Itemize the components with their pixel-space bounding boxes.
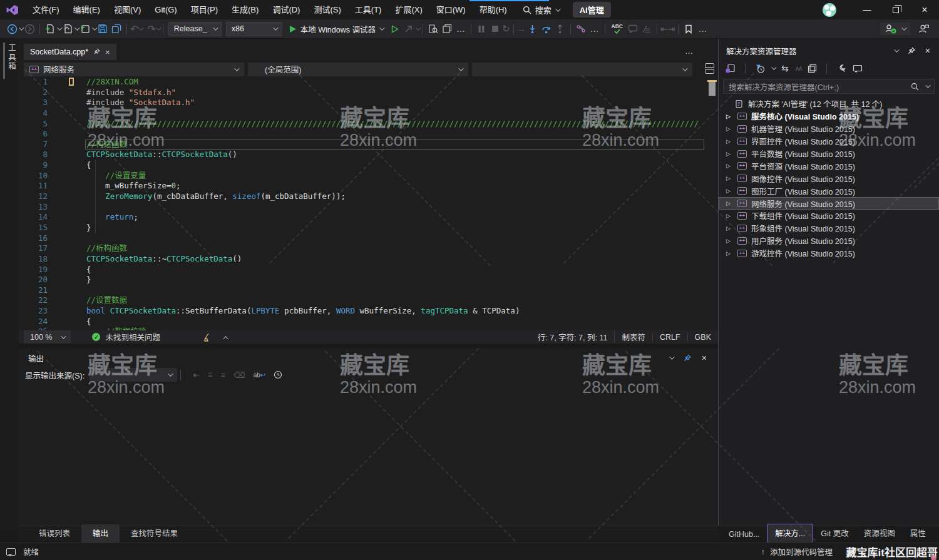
code-line-21[interactable]: 21	[19, 285, 718, 296]
configuration-combo[interactable]: Release_	[168, 22, 222, 36]
editor-scrollbar[interactable]	[707, 77, 717, 330]
line-ending[interactable]: CRLF	[652, 333, 687, 342]
menu-item-10[interactable]: 窗口(W)	[429, 0, 473, 19]
expand-chevron-icon[interactable]: ▷	[726, 163, 734, 169]
code-line-6[interactable]: 6	[19, 129, 718, 140]
menu-item-0[interactable]: 文件(F)	[26, 0, 66, 19]
restore-button[interactable]	[881, 0, 910, 19]
navigate-back-button[interactable]	[5, 21, 19, 36]
comment-button[interactable]	[626, 21, 640, 36]
pin-icon[interactable]	[908, 47, 915, 55]
code-line-22[interactable]: 22//设置数据	[19, 295, 718, 306]
align-left-icon[interactable]: ≡	[208, 370, 213, 380]
pin-icon[interactable]	[93, 48, 100, 56]
code-line-5[interactable]: 5///////////////////////////////////////…	[19, 119, 718, 130]
split-window-handle[interactable]	[705, 63, 714, 74]
new-file-button[interactable]	[43, 21, 57, 36]
open-file-button[interactable]	[61, 21, 74, 36]
expand-chevron-icon[interactable]: ▷	[726, 188, 734, 194]
member-dropdown[interactable]	[472, 63, 692, 76]
increase-indent-button[interactable]: ⇥	[668, 24, 675, 34]
code-cleanup-button[interactable]	[640, 21, 654, 36]
indent-mode[interactable]: 制表符	[614, 331, 652, 343]
chevron-down-icon[interactable]	[894, 47, 899, 52]
code-line-11[interactable]: 11 m_wBufferSize=0;	[19, 181, 718, 191]
stop-button[interactable]	[488, 21, 502, 36]
step-out-button[interactable]	[553, 21, 567, 36]
pending-changes-filter-icon[interactable]	[755, 64, 765, 73]
document-tab-socketdata[interactable]: SocketData.cpp* ×	[24, 44, 116, 60]
close-button[interactable]: ×	[910, 0, 939, 19]
feedback-person-button[interactable]	[916, 21, 930, 36]
chevron-down-icon[interactable]	[771, 64, 776, 69]
project-row-0[interactable]: ▷++服务核心 (Visual Studio 2015)	[719, 110, 939, 123]
step-over-button[interactable]	[540, 21, 553, 36]
pin-icon[interactable]	[684, 354, 691, 362]
expand-chevron-icon[interactable]: ▷	[726, 238, 734, 244]
project-row-8[interactable]: ▷++下载组件 (Visual Studio 2015)	[719, 210, 939, 222]
tab-overflow-button[interactable]: …	[685, 46, 693, 56]
text-editor-overflow-button[interactable]: …	[698, 24, 707, 34]
minimize-button[interactable]: —	[853, 0, 881, 19]
code-line-10[interactable]: 10 //设置变量	[19, 171, 718, 181]
code-line-19[interactable]: 19{	[19, 265, 718, 275]
user-avatar[interactable]	[823, 3, 836, 17]
bottom-tab-0[interactable]: 错误列表	[28, 524, 81, 542]
zoom-selector[interactable]: 100 %	[24, 330, 71, 344]
expand-chevron-icon[interactable]: ▷	[726, 225, 734, 232]
expand-chevron-icon[interactable]: ▷	[726, 113, 734, 120]
expand-chevron-icon[interactable]: ▷	[726, 138, 734, 145]
expand-chevron-icon[interactable]: ▷	[726, 250, 734, 257]
project-row-9[interactable]: ▷++形象组件 (Visual Studio 2015)	[719, 222, 939, 235]
code-line-24[interactable]: 24{	[19, 317, 718, 327]
expand-chevron-icon[interactable]: ▷	[726, 126, 734, 132]
find-in-files-button[interactable]	[426, 21, 440, 36]
bookmark-button[interactable]	[682, 21, 695, 36]
code-line-14[interactable]: 14 return;	[19, 212, 718, 223]
code-line-17[interactable]: 17//析构函数	[19, 243, 718, 254]
project-row-2[interactable]: ▷++界面控件 (Visual Studio 2015)	[719, 135, 939, 148]
code-line-7[interactable]: 7//构造函数	[19, 140, 718, 150]
code-line-23[interactable]: 23bool CTCPSocketData::SetBufferData(LPB…	[19, 306, 718, 317]
expand-chevron-icon[interactable]: ▷	[726, 151, 734, 157]
encoding[interactable]: GBK	[687, 333, 718, 342]
menu-item-7[interactable]: 测试(S)	[307, 0, 347, 19]
jump-to-previous-button[interactable]: ⇤	[193, 370, 200, 380]
project-row-6[interactable]: ▷++图形工厂 (Visual Studio 2015)	[719, 185, 939, 197]
show-next-statement-button[interactable]: →	[517, 24, 526, 34]
attach-button[interactable]	[402, 21, 416, 36]
step-into-button[interactable]	[526, 21, 540, 36]
decrease-indent-button[interactable]: ⇤	[660, 24, 668, 34]
code-line-20[interactable]: 20}	[19, 275, 718, 285]
code-line-12[interactable]: 12 ZeroMemory(m_cbDataBuffer, sizeof(m_c…	[19, 191, 718, 202]
solution-name-badge[interactable]: AI管理	[573, 2, 611, 18]
expand-chevron-icon[interactable]: ▷	[726, 175, 734, 181]
se-tab-0[interactable]: GitHub...	[721, 527, 767, 542]
menu-item-8[interactable]: 工具(T)	[348, 0, 389, 19]
project-row-1[interactable]: ▷++机器管理 (Visual Studio 2015)	[719, 123, 939, 135]
platform-combo[interactable]: x86	[226, 22, 282, 36]
project-row-5[interactable]: ▷++图像控件 (Visual Studio 2015)	[719, 172, 939, 185]
properties-wrench-icon[interactable]	[836, 64, 846, 73]
project-row-4[interactable]: ▷++平台资源 (Visual Studio 2015)	[719, 160, 939, 172]
bottom-tab-2[interactable]: 查找符号结果	[120, 524, 189, 542]
project-row-11[interactable]: ▷++游戏控件 (Visual Studio 2015)	[719, 247, 939, 260]
timestamp-toggle-button[interactable]	[274, 370, 282, 379]
feedback-icon[interactable]	[6, 548, 16, 556]
window-layout-button[interactable]	[440, 21, 454, 36]
code-cleanup-broom-icon[interactable]	[202, 333, 211, 342]
switch-views-icon[interactable]	[725, 64, 736, 73]
expand-chevron-icon[interactable]: ▷	[726, 200, 734, 206]
save-all-button[interactable]	[110, 21, 123, 36]
menu-item-9[interactable]: 扩展(X)	[388, 0, 429, 19]
restart-button[interactable]: ↻	[502, 23, 510, 34]
bottom-tab-1[interactable]: 输出	[81, 524, 120, 542]
code-line-9[interactable]: 9{	[19, 160, 718, 171]
menu-item-4[interactable]: 项目(P)	[184, 0, 225, 19]
code-line-15[interactable]: 15}	[19, 223, 718, 233]
caret-position[interactable]: 行: 7, 字符: 7, 列: 11	[531, 331, 615, 343]
se-tab-3[interactable]: 资源视图	[856, 524, 903, 542]
redo-button[interactable]: ↷	[147, 23, 155, 35]
menu-item-11[interactable]: 帮助(H)	[473, 0, 514, 19]
output-source-dropdown[interactable]	[90, 368, 177, 382]
